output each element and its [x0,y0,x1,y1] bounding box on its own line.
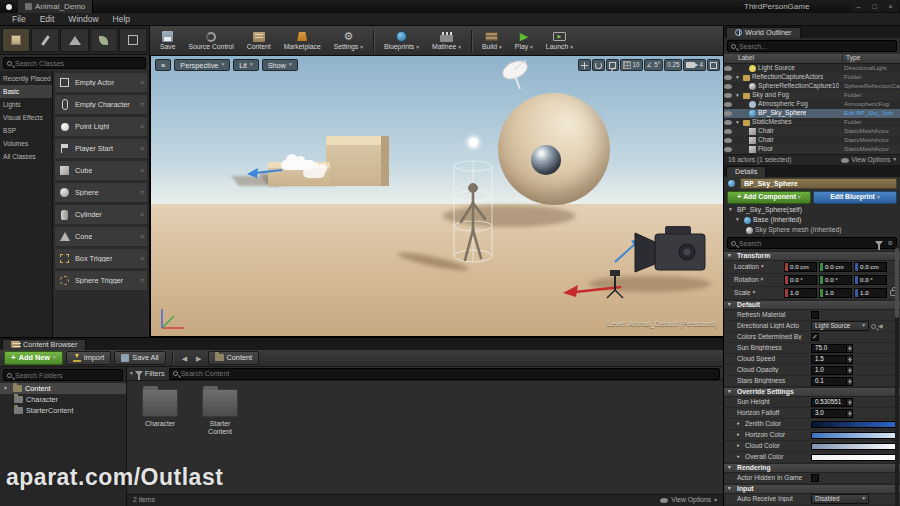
visibility-eye-icon[interactable] [724,66,732,71]
component-tree-root[interactable]: ▾BP_Sky_Sphere(self) [724,205,900,215]
scale-tool-button[interactable] [606,59,619,71]
add-component-button[interactable]: +Add Component▾ [727,191,811,204]
camera-speed-button[interactable]: 4 [683,59,706,71]
sun-sprite[interactable] [469,138,478,147]
outliner-row-chair[interactable]: ChairStaticMeshActor [724,136,900,145]
translate-tool-button[interactable] [578,59,591,71]
section-default[interactable]: ▾Default [724,300,900,310]
outliner-row-light-source[interactable]: Light SourceDirectionalLight [724,64,900,73]
rotate-tool-button[interactable] [592,59,605,71]
overall-color-swatch[interactable] [811,454,897,461]
outliner-row-staticmeshes[interactable]: ▾StaticMeshesFolder [724,118,900,127]
gear-icon[interactable]: ⚙ [888,240,893,246]
project-tab[interactable]: Animal_Demo [18,0,93,13]
item-box-trigger[interactable]: Box Trigger≡ [54,248,148,269]
content-button[interactable]: Content [241,27,277,55]
category-basic[interactable]: Basic [0,85,52,98]
asset-folder-character[interactable]: Character [137,389,183,428]
category-all-classes[interactable]: All Classes [0,150,52,163]
tab-content-browser[interactable]: Content Browser [2,339,86,350]
edit-blueprint-link[interactable]: Edit BP_Sky_Sph [842,110,900,116]
item-empty-actor[interactable]: Empty Actor≡ [54,72,148,93]
launch-button[interactable]: ▶Launch▾ [540,27,579,55]
spinner[interactable] [846,410,852,417]
item-empty-character[interactable]: Empty Character≡ [54,94,148,115]
visibility-eye-icon[interactable] [724,84,732,89]
component-tree-base[interactable]: ▾Base (Inherited) [724,215,900,225]
minimize-button[interactable]: – [851,1,866,12]
actor-name-field[interactable]: BP_Sky_Sphere [740,178,897,189]
directional-light-actor-dropdown[interactable]: Light Source▾ [811,321,869,331]
category-volumes[interactable]: Volumes [0,137,52,150]
box-mesh-tall[interactable] [326,136,389,186]
stars-brightness-field[interactable]: 0.1 [811,377,853,386]
category-recently-placed[interactable]: Recently Placed [0,72,52,85]
outliner-row-bp-sky-sphere[interactable]: BP_Sky_SphereEdit BP_Sky_Sph [724,109,900,118]
forward-button[interactable]: ▶ [193,353,204,364]
spinner[interactable] [846,399,852,406]
scale-snap-button[interactable]: 0.25 [664,59,682,71]
blueprints-button[interactable]: Blueprints▾ [378,27,425,55]
menu-window[interactable]: Window [61,15,105,24]
section-rendering[interactable]: ▾Rendering [724,463,900,473]
menu-help[interactable]: Help [106,15,137,24]
view-options-button[interactable]: View Options▾ [660,497,717,504]
filters-button[interactable]: ▾Filters [130,370,165,377]
zenith-color-swatch[interactable] [811,421,897,428]
cloud-speed-field[interactable]: 1.5 [811,355,853,364]
outliner-view-options-button[interactable]: View Options▾ [841,157,897,164]
outliner-row-atmospheric-fog[interactable]: Atmospheric FogAtmosphericFog [724,100,900,109]
visibility-eye-icon[interactable] [724,129,732,134]
item-point-light[interactable]: Point Light≡ [54,116,148,137]
auto-receive-input-dropdown[interactable]: Disabled▾ [811,494,869,504]
save-all-button[interactable]: Save All [114,351,165,365]
section-input[interactable]: ▾Input [724,484,900,494]
scrollbar-thumb[interactable] [895,248,899,318]
light-stand-sprite[interactable] [601,268,629,300]
import-button[interactable]: Import [66,351,112,365]
tab-world-outliner[interactable]: World Outliner [726,27,801,38]
visibility-eye-icon[interactable] [724,93,732,98]
matinee-button[interactable]: Matinee▾ [426,27,467,55]
outliner-column-header[interactable]: Label Type [724,54,900,64]
spinner[interactable] [846,356,852,363]
menu-file[interactable]: File [5,15,33,24]
actor-hidden-in-game-checkbox[interactable] [811,474,819,482]
browse-icon[interactable] [871,324,876,329]
place-mode-button[interactable] [2,28,30,52]
search-folders-input[interactable] [15,372,119,379]
outliner-row-spherereflectioncapture[interactable]: SphereReflectionCapture10SphereReflectio… [724,82,900,91]
refresh-material-checkbox[interactable] [811,311,819,319]
location-y-field[interactable]: 0.0 cm [819,262,852,272]
details-scrollbar[interactable] [895,246,899,506]
category-lights[interactable]: Lights [0,98,52,111]
maximize-button[interactable]: □ [867,1,882,12]
item-sphere-trigger[interactable]: Sphere Trigger≡ [54,270,148,291]
location-z-field[interactable]: 0.0 cm [854,262,887,272]
item-sphere[interactable]: Sphere≡ [54,182,148,203]
play-button[interactable]: ▶Play▾ [509,27,539,55]
visibility-eye-icon[interactable] [724,111,732,116]
sun-brightness-field[interactable]: 75.0 [811,344,853,353]
horizon-color-swatch[interactable] [811,432,897,439]
menu-edit[interactable]: Edit [33,15,62,24]
back-button[interactable]: ◀ [179,353,190,364]
landscape-mode-button[interactable] [60,28,88,52]
lit-button[interactable]: Lit▾ [233,59,258,71]
visibility-eye-icon[interactable] [724,138,732,143]
perspective-button[interactable]: Perspective▾ [174,59,230,71]
cloud-sprite[interactable] [303,168,325,178]
rotation-x-field[interactable]: 0.0 ° [784,275,817,285]
tree-item-content[interactable]: ▾Content [0,383,126,394]
item-cylinder[interactable]: Cylinder≡ [54,204,148,225]
location-x-field[interactable]: 0.0 cm [784,262,817,272]
asset-folder-starter-content[interactable]: Starter Content [197,389,243,436]
foliage-mode-button[interactable] [90,28,118,52]
search-classes-input[interactable] [15,60,142,67]
tree-item-character[interactable]: Character [0,394,126,405]
show-button[interactable]: Show▾ [262,59,298,71]
tree-item-startercontent[interactable]: StarterContent [0,405,126,416]
outliner-row-reflectioncaptureactors[interactable]: ▾ReflectionCaptureActorsFolder [724,73,900,82]
grid-snap-button[interactable]: 10 [620,59,643,71]
translate-gizmo-arrow[interactable] [245,160,285,182]
